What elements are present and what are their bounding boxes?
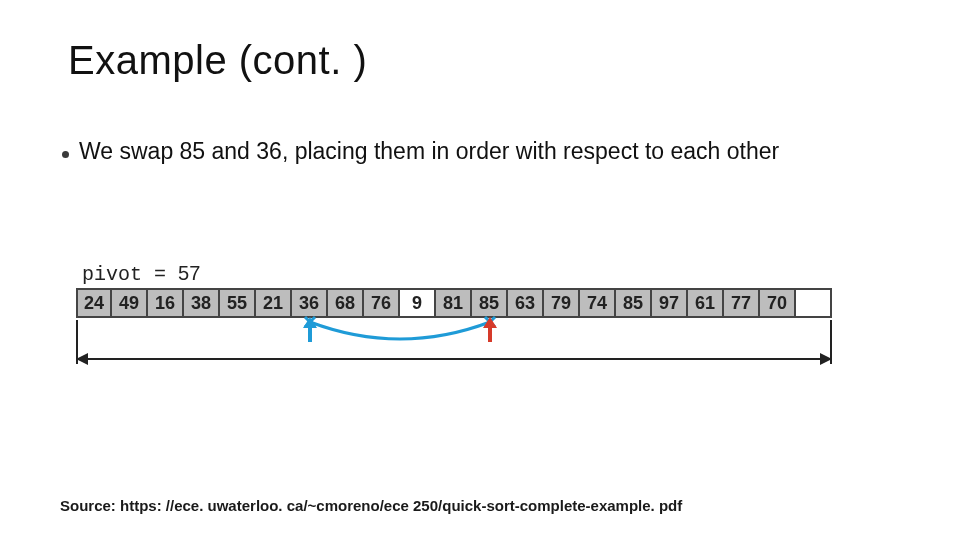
range-arrowhead-right-icon xyxy=(820,353,832,365)
bullet-row: We swap 85 and 36, placing them in order… xyxy=(62,138,779,165)
bullet-text: We swap 85 and 36, placing them in order… xyxy=(79,138,779,165)
range-arrowhead-left-icon xyxy=(76,353,88,365)
range-indicator xyxy=(76,288,832,408)
pivot-label: pivot = 57 xyxy=(82,262,200,286)
pivot-label-text: pivot = xyxy=(82,263,178,286)
slide: Example (cont. ) We swap 85 and 36, plac… xyxy=(0,0,960,540)
array-container: 244916385521366876981856379748597617770 xyxy=(76,288,832,318)
bullet-dot-icon xyxy=(62,151,69,158)
slide-title: Example (cont. ) xyxy=(68,38,367,83)
pivot-value: 57 xyxy=(178,262,200,284)
range-line xyxy=(86,358,822,360)
source-citation: Source: https: //ece. uwaterloo. ca/~cmo… xyxy=(60,497,682,514)
